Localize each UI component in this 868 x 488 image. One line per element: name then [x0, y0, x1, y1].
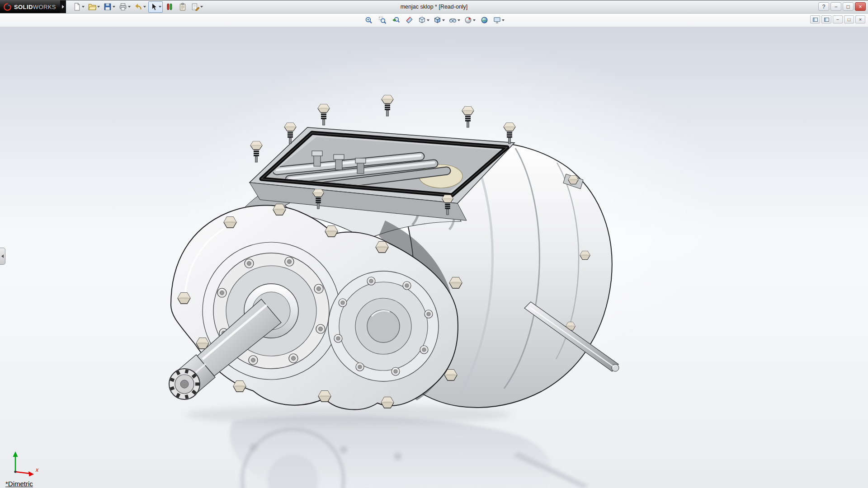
- section-view-button[interactable]: [403, 14, 415, 26]
- display-style-button[interactable]: [432, 14, 446, 26]
- view-toolbar: [363, 14, 506, 26]
- clipboard-icon: [179, 3, 187, 11]
- feature-panel-flyout-tab[interactable]: [0, 248, 5, 265]
- maximize-app-button[interactable]: □: [843, 2, 854, 11]
- undo-dropdown-caret[interactable]: [143, 6, 146, 8]
- open-document-dropdown-caret[interactable]: [97, 6, 100, 8]
- undo-button[interactable]: [133, 1, 147, 13]
- document-title: menjac sklop * [Read-only]: [401, 4, 468, 10]
- select-dropdown-caret[interactable]: [159, 6, 161, 8]
- previous-view-button[interactable]: [390, 14, 402, 26]
- options-dropdown-caret[interactable]: [200, 6, 203, 8]
- monitor-icon: [493, 16, 501, 24]
- main-toolbar: [71, 1, 204, 13]
- save-button[interactable]: [102, 1, 117, 13]
- view-orientation-button[interactable]: [417, 14, 431, 26]
- save-icon: [104, 3, 112, 11]
- options-icon: [191, 3, 199, 11]
- model-reflection: [185, 405, 589, 488]
- open-document-button[interactable]: [87, 1, 101, 13]
- print-icon: [119, 3, 127, 11]
- scene-icon: [481, 16, 488, 24]
- hide-show-items-button[interactable]: [448, 14, 462, 26]
- zoom-fit-icon: [365, 16, 373, 24]
- dassault-systemes-logo-icon: [4, 3, 11, 11]
- gearbox-3d-model[interactable]: [0, 27, 868, 488]
- new-document-dropdown-caret[interactable]: [82, 6, 85, 8]
- heads-up-toolbar-row: −□×: [0, 14, 868, 27]
- edit-appearance-dropdown-caret[interactable]: [473, 19, 476, 21]
- minimize-app-button[interactable]: −: [830, 2, 841, 11]
- flyout-arrow-icon: [1, 254, 4, 258]
- title-bar: SOLIDWORKS menjac sklop * [Read-only] ?−…: [0, 0, 868, 14]
- select-icon: [150, 3, 158, 11]
- help-button[interactable]: ?: [818, 2, 829, 11]
- save-dropdown-caret[interactable]: [113, 6, 115, 8]
- menu-expand-arrow[interactable]: [60, 0, 66, 13]
- view-orientation-dropdown-caret[interactable]: [427, 19, 429, 21]
- pane-icon: [813, 18, 818, 22]
- selection-filter-button[interactable]: [164, 1, 176, 13]
- select-button[interactable]: [148, 1, 163, 13]
- document-window-controls: −□×: [809, 15, 865, 23]
- new-icon: [73, 3, 81, 11]
- prev-view-icon: [392, 16, 400, 24]
- filter-icon: [165, 3, 174, 11]
- brand-name-bold: SOLID: [14, 4, 33, 10]
- zoom-to-area-button[interactable]: [376, 14, 388, 26]
- view-settings-dropdown-caret[interactable]: [502, 19, 505, 21]
- display-style-dropdown-caret[interactable]: [442, 19, 445, 21]
- hide-show-items-dropdown-caret[interactable]: [458, 19, 460, 21]
- edit-appearance-button[interactable]: [463, 14, 477, 26]
- orientation-triad: x: [7, 448, 42, 477]
- glasses-icon: [449, 16, 457, 24]
- print-dropdown-caret[interactable]: [128, 6, 131, 8]
- graphics-viewport[interactable]: x *Dimetric: [0, 27, 868, 488]
- section-icon: [406, 16, 413, 24]
- apply-scene-button[interactable]: [478, 14, 491, 26]
- pane-icon: [824, 18, 829, 22]
- new-document-button[interactable]: [71, 1, 86, 13]
- triad-x-arrow: [28, 471, 34, 477]
- view-orientation-label: *Dimetric: [5, 480, 33, 488]
- orientation-icon: [418, 16, 426, 24]
- view-settings-button[interactable]: [492, 14, 506, 26]
- appearance-icon: [464, 16, 472, 24]
- pane-toggle-left-button[interactable]: [810, 15, 820, 23]
- restore-document-button[interactable]: □: [844, 15, 854, 23]
- solidworks-logo: SOLIDWORKS: [0, 0, 60, 13]
- window-controls: ?−□×: [817, 2, 866, 11]
- close-app-button[interactable]: ×: [855, 2, 866, 11]
- zoom-area-icon: [378, 16, 386, 24]
- close-document-button[interactable]: ×: [855, 15, 865, 23]
- triad-x-label: x: [35, 467, 39, 473]
- right-bearing-cover[interactable]: [328, 271, 439, 381]
- zoom-to-fit-button[interactable]: [363, 14, 375, 26]
- print-button[interactable]: [118, 1, 132, 13]
- pane-toggle-right-button[interactable]: [821, 15, 831, 23]
- solidworks-window: SOLIDWORKS menjac sklop * [Read-only] ?−…: [0, 0, 868, 488]
- open-icon: [88, 3, 96, 11]
- options-button[interactable]: [190, 1, 204, 13]
- brand-name: SOLIDWORKS: [14, 4, 56, 10]
- menu-expand-arrow-icon: [62, 5, 64, 9]
- display-icon: [434, 16, 441, 24]
- minimize-document-button[interactable]: −: [833, 15, 843, 23]
- triad-y-arrow: [13, 451, 18, 457]
- brand-name-light: WORKS: [33, 4, 56, 10]
- file-properties-button[interactable]: [177, 1, 189, 13]
- undo-icon: [134, 3, 142, 11]
